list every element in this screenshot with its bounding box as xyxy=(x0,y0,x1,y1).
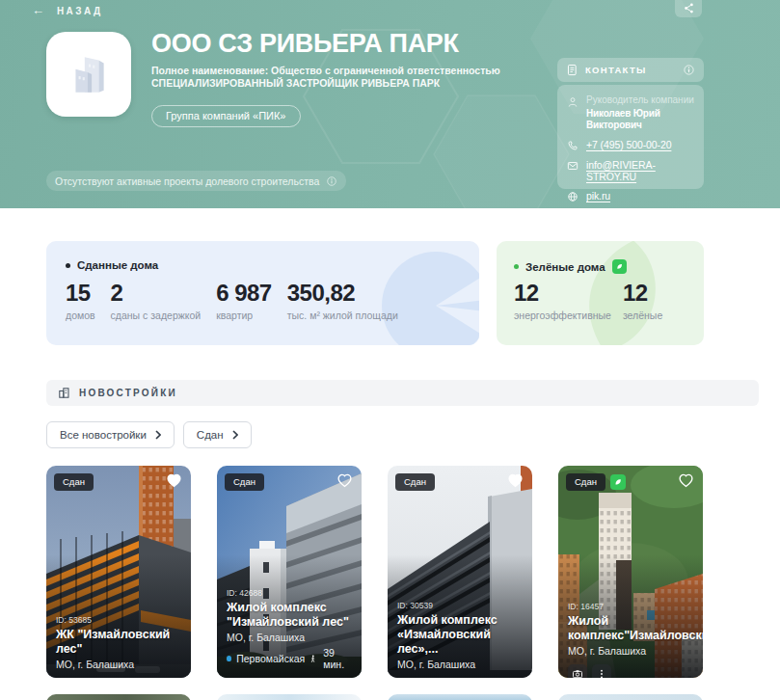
heart-icon xyxy=(166,472,182,489)
property-card[interactable]: Сдан ID: 16457 Жилой комплекс"Измайловск… xyxy=(558,466,703,678)
property-cards-row: Сдан ID: 53685 ЖК "Измайловский лес" МО,… xyxy=(46,466,734,678)
walk-time: 39 мин. xyxy=(323,647,354,670)
favorite-button[interactable] xyxy=(336,472,354,490)
heart-icon xyxy=(336,472,353,489)
more-button[interactable] xyxy=(592,664,611,678)
property-card[interactable]: Сдан ID: 42688 Жилой комплекс "Измайловс… xyxy=(217,466,362,678)
email-value: info@RIVIERA-STROY.RU xyxy=(586,159,694,182)
phone-link[interactable]: +7 (495) 500-00-20 xyxy=(567,139,694,151)
person-icon xyxy=(567,95,578,109)
camera-button[interactable] xyxy=(568,664,587,678)
listing-location: МО, г. Балашиха xyxy=(397,659,524,670)
status-badge: Сдан xyxy=(225,473,264,491)
listing-location: МО, г. Балашиха xyxy=(568,645,695,657)
filter-sdan-button[interactable]: Сдан xyxy=(183,421,252,448)
property-card[interactable] xyxy=(558,694,703,700)
metro-row: Первомайская 39 мин. xyxy=(227,647,354,670)
stat-houses: 15 домов xyxy=(66,280,95,321)
developer-profile-page: ← НАЗАД ОО xyxy=(0,0,780,700)
property-card[interactable] xyxy=(46,694,191,700)
contacts-icon xyxy=(566,64,578,76)
property-card[interactable]: Сдан ID: 53685 ЖК "Измайловский лес" МО,… xyxy=(46,466,191,678)
share-button[interactable] xyxy=(675,0,702,17)
back-button[interactable]: ← НАЗАД xyxy=(32,4,102,17)
listing-location: МО, г. Балашиха xyxy=(227,632,354,643)
camera-icon xyxy=(572,668,583,678)
leader-row: Руководитель компании Николаев Юрий Викт… xyxy=(567,94,694,131)
section-novostroyki-header: НОВОСТРОЙКИ xyxy=(46,380,759,406)
bullet-icon xyxy=(514,264,519,269)
favorite-button[interactable] xyxy=(507,472,524,490)
header: ← НАЗАД ОО xyxy=(0,0,780,208)
building-icon xyxy=(58,387,70,399)
listing-location: МО, г. Балашиха xyxy=(56,659,183,670)
favorite-button[interactable] xyxy=(678,472,695,490)
stat-delayed: 2 сданы с задержкой xyxy=(111,280,202,321)
leader-name: Николаев Юрий Викторович xyxy=(586,108,694,131)
website-link[interactable]: pik.ru xyxy=(567,190,694,202)
leader-label: Руководитель компании xyxy=(586,94,694,106)
stat-area: 350,82 тыс. м² жилой площади xyxy=(287,280,398,321)
page-title: ООО СЗ РИВЬЕРА ПАРК xyxy=(151,29,556,58)
green-stats-title: Зелёные дома xyxy=(514,259,627,274)
status-badge: Сдан xyxy=(395,473,435,491)
filter-sdan-label: Сдан xyxy=(197,429,224,441)
status-note-text: Отсутствуют активные проекты долевого ст… xyxy=(55,175,319,187)
heart-icon xyxy=(507,472,524,489)
globe-icon xyxy=(567,191,578,202)
back-arrow-icon: ← xyxy=(32,4,44,17)
mail-icon xyxy=(567,160,578,172)
phone-value: +7 (495) 500-00-20 xyxy=(586,139,671,150)
back-label: НАЗАД xyxy=(57,6,102,16)
more-icon xyxy=(596,668,607,678)
contacts-card: Руководитель компании Николаев Юрий Викт… xyxy=(557,85,704,189)
building-logo-icon xyxy=(65,50,113,98)
phone-icon xyxy=(567,140,578,151)
delivered-stats-card: Сданные дома 15 домов 2 сданы с задержко… xyxy=(46,241,479,345)
property-card[interactable]: Сдан ID: 30539 Жилой комплекс «Измайловс… xyxy=(388,466,532,678)
leaf-badge-icon xyxy=(610,474,626,490)
filters-row: Все новостройки Сдан xyxy=(46,421,252,448)
chevron-right-icon xyxy=(232,430,238,440)
stat-apartments: 6 987 квартир xyxy=(216,280,272,321)
delivered-stats-title: Сданные дома xyxy=(66,259,158,271)
company-logo xyxy=(46,32,131,117)
info-icon[interactable] xyxy=(326,175,337,187)
property-card[interactable] xyxy=(388,694,532,700)
share-icon xyxy=(683,2,695,14)
chevron-right-icon xyxy=(155,430,161,440)
green-stats-card: Зелёные дома 12 энергоэффективные 12 зел… xyxy=(497,241,704,345)
leaf-badge-icon xyxy=(612,259,627,274)
listing-id: ID: 16457 xyxy=(568,602,695,611)
listing-title: Жилой комплекс"Измайловский... xyxy=(568,614,695,643)
status-badge: Сдан xyxy=(54,473,94,491)
contacts-header: КОНТАКТЫ xyxy=(557,58,704,82)
stat-green: 12 зелёные xyxy=(623,280,662,321)
media-chips xyxy=(568,664,611,678)
full-name-line2: СПЕЦИАЛИЗИРОВАННЫЙ ЗАСТРОЙЩИК РИВЬЕРА ПА… xyxy=(151,77,556,90)
heart-icon xyxy=(678,472,694,489)
walk-icon xyxy=(309,654,316,664)
section-title: НОВОСТРОЙКИ xyxy=(79,388,177,398)
bullet-icon xyxy=(66,263,70,268)
company-title-block: ООО СЗ РИВЬЕРА ПАРК Полное наименование:… xyxy=(151,29,556,127)
listing-id: ID: 30539 xyxy=(397,601,524,610)
listing-id: ID: 53685 xyxy=(56,615,183,625)
favorite-button[interactable] xyxy=(166,472,183,490)
metro-line-icon xyxy=(227,656,231,661)
listing-id: ID: 42688 xyxy=(227,588,354,598)
filter-all-label: Все новостройки xyxy=(60,429,147,441)
listing-title: Жилой комплекс «Измайловский лес»,... xyxy=(397,613,524,657)
group-badge[interactable]: Группа компаний «ПИК» xyxy=(151,105,301,127)
stat-energy-efficient: 12 энергоэффективные xyxy=(514,280,611,321)
info-icon[interactable] xyxy=(683,64,695,76)
status-note: Отсутствуют активные проекты долевого ст… xyxy=(46,171,346,191)
email-link[interactable]: info@RIVIERA-STROY.RU xyxy=(567,159,694,182)
listing-title: Жилой комплекс "Измайловский лес" xyxy=(227,601,354,630)
full-name-line1: Полное наименование: Общество с ограниче… xyxy=(151,65,556,77)
next-cards-row xyxy=(46,694,734,700)
status-badge: Сдан xyxy=(566,473,605,491)
metro-station: Первомайская xyxy=(236,653,305,664)
property-card[interactable] xyxy=(217,694,362,700)
filter-all-button[interactable]: Все новостройки xyxy=(46,421,175,448)
